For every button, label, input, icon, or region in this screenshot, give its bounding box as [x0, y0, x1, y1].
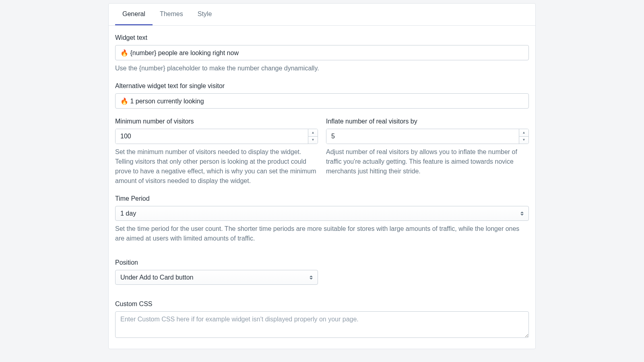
tab-general[interactable]: General	[115, 4, 153, 25]
min-visitors-help: Set the minimum number of visitors neede…	[115, 147, 318, 186]
time-period-help: Set the time period for the user count. …	[115, 224, 529, 243]
inflate-spinner: ▲ ▼	[519, 129, 528, 144]
alt-text-label: Alternative widget text for single visit…	[115, 81, 529, 91]
time-period-select-wrap: 1 day	[115, 206, 529, 221]
time-period-field: Time Period 1 day Set the time period fo…	[115, 194, 529, 243]
visitors-row: Minimum number of visitors ▲ ▼ Set the m…	[115, 117, 529, 186]
min-visitors-down[interactable]: ▼	[308, 137, 318, 144]
min-visitors-label: Minimum number of visitors	[115, 117, 318, 126]
min-visitors-input[interactable]	[116, 129, 308, 144]
min-visitors-wrap: ▲ ▼	[115, 129, 318, 144]
tab-themes[interactable]: Themes	[153, 4, 190, 25]
time-period-select[interactable]: 1 day	[116, 206, 528, 220]
inflate-label: Inflate number of real visitors by	[326, 117, 529, 126]
settings-panel: General Themes Style Widget text Use the…	[108, 3, 536, 349]
position-label: Position	[115, 258, 529, 267]
inflate-help: Adjust number of real visitors by allows…	[326, 147, 529, 176]
min-visitors-up[interactable]: ▲	[308, 129, 318, 137]
inflate-input[interactable]	[326, 129, 519, 144]
widget-text-input[interactable]	[115, 45, 529, 60]
inflate-down[interactable]: ▼	[519, 137, 528, 144]
tab-style[interactable]: Style	[190, 4, 219, 25]
time-period-label: Time Period	[115, 194, 529, 204]
widget-text-field: Widget text Use the {number} placeholder…	[115, 33, 529, 73]
custom-css-textarea[interactable]	[115, 311, 529, 338]
position-select[interactable]: Under Add to Card button	[116, 270, 318, 284]
position-field: Position Under Add to Card button	[115, 258, 529, 285]
min-visitors-field: Minimum number of visitors ▲ ▼ Set the m…	[115, 117, 318, 186]
custom-css-label: Custom CSS	[115, 299, 529, 309]
inflate-up[interactable]: ▲	[519, 129, 528, 137]
tab-content: Widget text Use the {number} placeholder…	[109, 26, 535, 349]
position-select-wrap: Under Add to Card button	[115, 270, 318, 285]
alt-text-field: Alternative widget text for single visit…	[115, 81, 529, 109]
tabs-bar: General Themes Style	[109, 4, 535, 26]
inflate-field: Inflate number of real visitors by ▲ ▼ A…	[326, 117, 529, 186]
custom-css-field: Custom CSS	[115, 299, 529, 341]
alt-text-input[interactable]	[115, 93, 529, 109]
widget-text-label: Widget text	[115, 33, 529, 43]
widget-text-help: Use the {number} placeholder to make the…	[115, 64, 529, 73]
min-visitors-spinner: ▲ ▼	[308, 129, 318, 144]
inflate-wrap: ▲ ▼	[326, 129, 529, 144]
